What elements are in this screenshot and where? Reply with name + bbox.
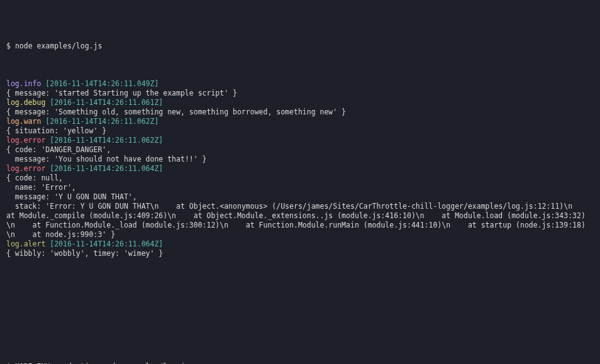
log-timestamp: [2016-11-14T14:26:11.062Z] [45, 117, 158, 126]
log-timestamp: [2016-11-14T14:26:11.061Z] [50, 98, 163, 107]
log-body: { message: 'started Starting up the exam… [6, 89, 594, 98]
log-body: { message: 'Something old, something new… [6, 108, 594, 117]
log-header: log.warn [2016-11-14T14:26:11.062Z] [6, 117, 594, 126]
blank-line [6, 287, 594, 296]
log-body: { code: 'DANGER_DANGER', message: 'You s… [6, 145, 594, 164]
command-line: $ node examples/log.js [6, 41, 594, 51]
log-body: { code: null, name: 'Error', message: 'Y… [6, 174, 594, 240]
log-entries-dev: log.info [2016-11-14T14:26:11.049Z]{ mes… [6, 79, 594, 258]
log-level: log.error [6, 164, 45, 173]
log-header: log.debug [2016-11-14T14:26:11.061Z] [6, 98, 594, 108]
log-body: { wibbly: 'wobbly', timey: 'wimey' } [6, 249, 594, 258]
log-header: log.error [2016-11-14T14:26:11.062Z] [6, 136, 594, 145]
log-level: log.alert [6, 240, 45, 248]
log-header: log.alert [2016-11-14T14:26:11.064Z] [6, 240, 594, 249]
log-body: { situation: 'yellow' } [6, 126, 594, 136]
log-header: log.error [2016-11-14T14:26:11.064Z] [6, 164, 594, 174]
log-timestamp: [2016-11-14T14:26:11.064Z] [50, 164, 163, 173]
log-timestamp: [2016-11-14T14:26:11.062Z] [50, 136, 163, 145]
log-level: log.error [6, 136, 45, 145]
command-text: node examples/log.js [15, 41, 102, 50]
log-timestamp: [2016-11-14T14:26:11.064Z] [50, 240, 163, 248]
log-level: log.debug [6, 98, 45, 107]
prompt-glyph: $ [6, 41, 11, 50]
log-level: log.warn [6, 117, 41, 126]
terminal[interactable]: $ node examples/log.js log.info [2016-11… [0, 0, 600, 364]
blank-line [6, 315, 594, 324]
log-timestamp: [2016-11-14T14:26:11.049Z] [45, 79, 158, 88]
log-level: log.info [6, 79, 41, 88]
log-header: log.info [2016-11-14T14:26:11.049Z] [6, 79, 594, 89]
